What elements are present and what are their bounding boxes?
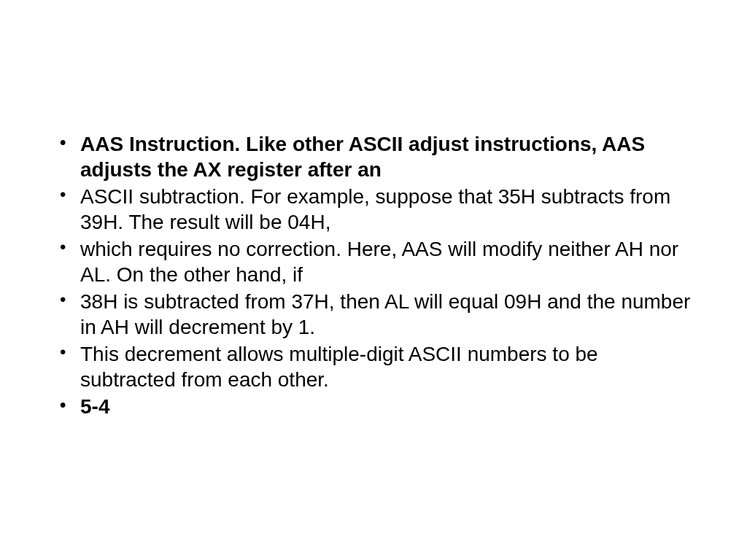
list-item: ASCII subtraction. For example, suppose …: [51, 184, 696, 235]
list-item: This decrement allows multiple-digit ASC…: [51, 341, 696, 392]
list-item: 5-4: [51, 394, 696, 419]
bullet-text: 38H is subtracted from 37H, then AL will…: [80, 290, 690, 338]
bullet-text: which requires no correction. Here, AAS …: [80, 238, 678, 286]
bullet-list: AAS Instruction. Like other ASCII adjust…: [51, 131, 696, 419]
bullet-text: ASCII subtraction. For example, suppose …: [80, 185, 670, 233]
list-item: AAS Instruction. Like other ASCII adjust…: [51, 131, 696, 182]
bullet-text: 5-4: [80, 395, 109, 418]
bullet-text: This decrement allows multiple-digit ASC…: [80, 343, 598, 391]
bullet-text: AAS Instruction. Like other ASCII adjust…: [80, 133, 645, 181]
list-item: which requires no correction. Here, AAS …: [51, 236, 696, 287]
list-item: 38H is subtracted from 37H, then AL will…: [51, 289, 696, 340]
